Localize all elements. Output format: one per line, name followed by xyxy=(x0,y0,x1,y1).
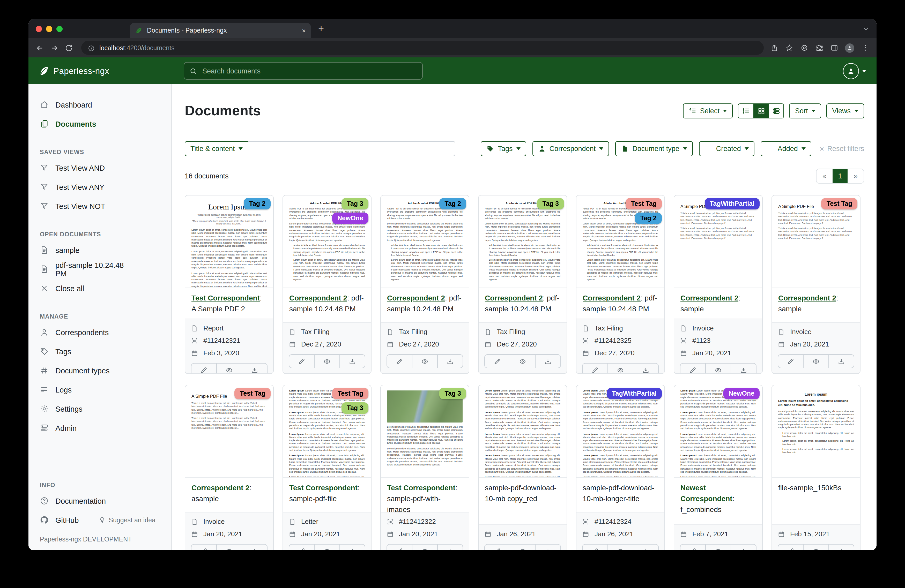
sidebar-item-extra-link[interactable] xyxy=(126,498,136,504)
next-page-button[interactable]: » xyxy=(848,169,864,183)
correspondent-link[interactable]: Correspondent 2 xyxy=(485,294,543,302)
view-button[interactable] xyxy=(314,355,340,368)
view-button[interactable] xyxy=(412,545,437,550)
views-button[interactable]: Views xyxy=(826,103,864,118)
reset-filters-button[interactable]: × Reset filters xyxy=(819,145,864,152)
correspondent-link[interactable]: Test Correspondent xyxy=(289,483,357,492)
view-button[interactable] xyxy=(412,355,437,368)
edit-button[interactable] xyxy=(778,545,803,550)
sidebar-item-extra-link[interactable] xyxy=(125,203,135,209)
filter-text-input[interactable] xyxy=(248,141,455,156)
sidebar-item-extra-link[interactable] xyxy=(125,165,135,171)
download-button[interactable] xyxy=(340,545,365,550)
sidebar-item-extra-link[interactable] xyxy=(91,348,101,355)
document-thumbnail[interactable]: A Simple PDF FileThis is a small demonst… xyxy=(674,195,762,288)
sidebar-item-github[interactable]: GitHub Suggest an idea xyxy=(29,510,171,529)
share-icon[interactable] xyxy=(770,44,778,52)
view-button[interactable] xyxy=(608,364,633,374)
sidebar-item-extra-link[interactable] xyxy=(103,406,113,412)
new-tab-button[interactable]: + xyxy=(318,23,324,34)
download-button[interactable] xyxy=(633,545,658,550)
sidebar-item-extra-link[interactable] xyxy=(129,329,139,336)
download-button[interactable] xyxy=(829,545,854,550)
filter-created-button[interactable]: Created xyxy=(699,141,754,156)
edit-button[interactable] xyxy=(583,364,608,374)
correspondent-link[interactable]: Test Correspondent xyxy=(387,483,455,492)
document-thumbnail[interactable]: Lorem ipsumLorem ipsum dolor sit amet, c… xyxy=(772,385,860,478)
tag-badge[interactable]: NewOne xyxy=(723,388,760,399)
app-brand[interactable]: Paperless-ngx xyxy=(38,66,109,76)
edit-button[interactable] xyxy=(289,545,314,550)
sidebar-item-dashboard[interactable]: Dashboard xyxy=(29,95,171,114)
tag-badge[interactable]: Tag 3 xyxy=(342,403,368,414)
view-button[interactable] xyxy=(608,545,633,550)
sidebar-item-documentation[interactable]: Documentation xyxy=(29,491,171,510)
extensions-puzzle-icon[interactable] xyxy=(815,44,823,52)
sidebar-item-extra-link[interactable] xyxy=(130,367,140,374)
search-input[interactable] xyxy=(201,67,417,75)
sidebar-item-extra-link[interactable]: Suggest an idea xyxy=(99,517,156,524)
grid-view-button[interactable] xyxy=(754,104,768,118)
extension-badge-icon[interactable] xyxy=(800,44,808,52)
sidebar-item-extra-link[interactable] xyxy=(100,247,110,254)
sidebar-item-document-types[interactable]: Document types xyxy=(29,361,171,380)
sidebar-item-test-view-and[interactable]: Test View AND xyxy=(29,158,171,178)
tag-badge[interactable]: Test Tag xyxy=(821,198,857,209)
sidebar-item-test-view-any[interactable]: Test View ANY xyxy=(29,178,171,197)
sidebar-item-extra-link[interactable] xyxy=(116,120,126,127)
correspondent-link[interactable]: Correspondent 2 xyxy=(387,294,445,302)
view-button[interactable] xyxy=(705,545,730,550)
sidebar-item-extra-link[interactable] xyxy=(125,184,135,190)
back-button[interactable] xyxy=(33,42,46,54)
view-button[interactable] xyxy=(803,545,829,550)
bookmark-star-icon[interactable] xyxy=(785,44,793,52)
filter-field-dropdown[interactable]: Title & content xyxy=(185,141,248,156)
sidebar-item-tags[interactable]: Tags xyxy=(29,342,171,361)
correspondent-link[interactable]: Correspondent 2 xyxy=(680,294,738,302)
site-info-icon[interactable] xyxy=(88,44,95,51)
tag-badge[interactable]: NewOne xyxy=(332,212,368,224)
tag-badge[interactable]: TagWithPartial xyxy=(607,388,662,399)
download-button[interactable] xyxy=(730,364,756,374)
reload-button[interactable] xyxy=(63,42,75,54)
current-page-button[interactable]: 1 xyxy=(832,169,848,183)
sidebar-item-extra-link[interactable] xyxy=(104,285,114,292)
tag-badge[interactable]: Test Tag xyxy=(332,388,368,399)
edit-button[interactable] xyxy=(289,355,314,368)
sidebar-item-extra-link[interactable] xyxy=(97,425,106,431)
edit-button[interactable] xyxy=(680,364,705,374)
download-button[interactable] xyxy=(437,355,463,368)
sidebar-item-documents[interactable]: Documents xyxy=(29,114,171,133)
download-button[interactable] xyxy=(535,545,560,550)
edit-button[interactable] xyxy=(485,545,510,550)
sidebar-item-admin[interactable]: Admin xyxy=(29,418,171,437)
select-button[interactable]: Select xyxy=(683,103,733,118)
address-bar[interactable]: localhost:4200/documents xyxy=(81,41,764,55)
document-thumbnail[interactable]: Lorem Ipsum Lorem ipsum dolor sit amet, … xyxy=(283,385,371,478)
global-search[interactable] xyxy=(184,62,423,80)
user-menu[interactable] xyxy=(843,63,866,79)
view-button[interactable] xyxy=(216,364,241,374)
side-panel-icon[interactable] xyxy=(830,44,838,52)
document-thumbnail[interactable]: Lorem ipsum dolor sit amet, consectetur … xyxy=(381,385,469,478)
sidebar-item-settings[interactable]: Settings xyxy=(29,399,171,418)
document-thumbnail[interactable]: Adobe Acrobat PDF FilesAdobe PDF is an i… xyxy=(381,195,469,288)
filter-added-button[interactable]: Added xyxy=(761,141,811,156)
sort-button[interactable]: Sort xyxy=(789,103,821,118)
correspondent-link[interactable]: Newest Correspondent xyxy=(680,483,732,503)
document-thumbnail[interactable]: Adobe Acrobat PDF FilesAdobe PDF is an i… xyxy=(283,195,371,288)
view-button[interactable] xyxy=(803,355,829,368)
close-window-button[interactable] xyxy=(36,25,42,32)
sidebar-item-test-view-not[interactable]: Test View NOT xyxy=(29,197,171,216)
tag-badge[interactable]: Tag 3 xyxy=(342,198,368,209)
download-button[interactable] xyxy=(241,545,267,550)
tag-badge[interactable]: Tag 2 xyxy=(244,198,271,209)
list-view-button[interactable] xyxy=(739,104,754,118)
tag-badge[interactable]: Tag 3 xyxy=(440,388,466,399)
browser-tab[interactable]: Documents - Paperless-ngx × xyxy=(130,23,311,38)
download-button[interactable] xyxy=(633,364,658,374)
edit-button[interactable] xyxy=(485,355,510,368)
edit-button[interactable] xyxy=(778,355,803,368)
download-button[interactable] xyxy=(340,355,365,368)
previous-page-button[interactable]: « xyxy=(816,169,832,183)
